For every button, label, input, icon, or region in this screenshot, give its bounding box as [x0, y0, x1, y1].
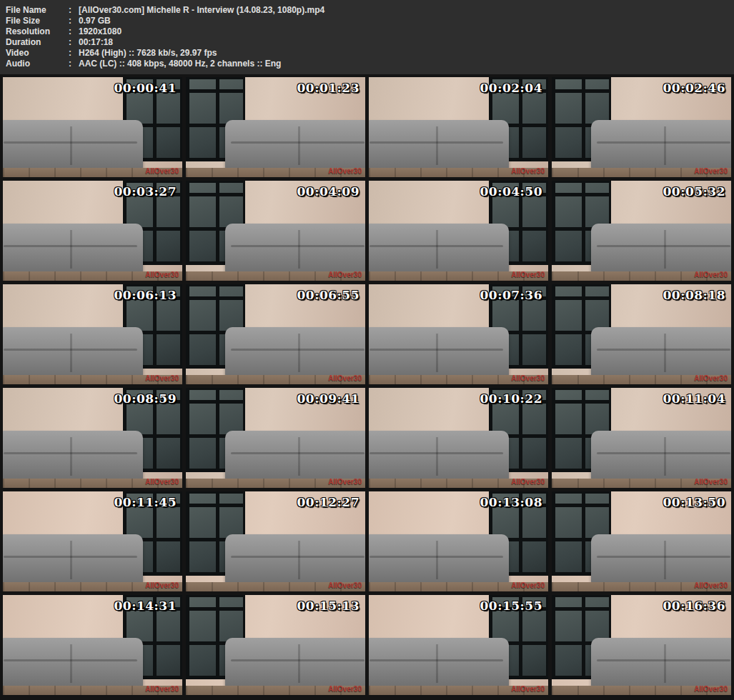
- scene-couch: [3, 120, 143, 170]
- file-info-value: AAC (LC) :: 408 kbps, 48000 Hz, 2 channe…: [79, 59, 728, 69]
- timestamp-overlay: 00:13:50: [663, 495, 725, 509]
- thumbnail[interactable]: 00:11:04AllOver30: [552, 388, 731, 488]
- file-info-separator: :: [69, 59, 79, 69]
- timestamp-overlay: 00:07:36: [480, 288, 542, 302]
- scene-couch: [3, 224, 143, 274]
- video-contact-sheet: File Name:[AllOver30.com] Michelle R - I…: [0, 0, 734, 695]
- thumbnail[interactable]: 00:13:08AllOver30: [369, 491, 548, 591]
- thumbnail[interactable]: 00:13:50AllOver30: [552, 491, 731, 591]
- timestamp-overlay: 00:10:22: [480, 391, 542, 406]
- watermark: AllOver30: [328, 478, 362, 486]
- file-info-label: Duration: [6, 37, 69, 48]
- scene-couch: [369, 327, 509, 377]
- file-info-value: [AllOver30.com] Michelle R - Interview (…: [79, 5, 728, 16]
- thumbnail[interactable]: 00:03:27AllOver30: [3, 181, 182, 281]
- file-info-label: Video: [6, 48, 69, 59]
- thumbnail[interactable]: 00:02:04AllOver30: [369, 77, 548, 177]
- timestamp-overlay: 00:13:08: [480, 495, 542, 509]
- file-info-separator: :: [69, 48, 79, 59]
- watermark: AllOver30: [328, 581, 362, 589]
- thumbnail[interactable]: 00:00:41AllOver30: [3, 77, 182, 177]
- scene-couch: [591, 534, 731, 584]
- scene-couch: [225, 534, 365, 584]
- file-info-row: Resolution:1920x1080: [6, 26, 728, 37]
- watermark: AllOver30: [328, 685, 362, 693]
- watermark: AllOver30: [694, 167, 728, 175]
- thumbnail[interactable]: 00:06:13AllOver30: [3, 284, 182, 384]
- scene-couch: [591, 120, 731, 170]
- thumbnail[interactable]: 00:11:45AllOver30: [3, 491, 182, 591]
- thumbnail[interactable]: 00:04:50AllOver30: [369, 181, 548, 281]
- thumbnail[interactable]: 00:01:23AllOver30: [186, 77, 365, 177]
- watermark: AllOver30: [511, 271, 545, 279]
- file-info-row: File Name:[AllOver30.com] Michelle R - I…: [6, 5, 728, 16]
- scene-couch: [3, 431, 143, 481]
- scene-couch: [369, 638, 509, 688]
- scene-couch: [591, 431, 731, 481]
- watermark: AllOver30: [145, 167, 179, 175]
- timestamp-overlay: 00:06:55: [297, 288, 359, 302]
- timestamp-overlay: 00:02:04: [480, 81, 542, 95]
- file-info-value: H264 (High) :: 7628 kb/s, 29.97 fps: [79, 48, 728, 59]
- file-info-value: 1920x1080: [79, 26, 728, 37]
- watermark: AllOver30: [328, 374, 362, 382]
- timestamp-overlay: 00:08:18: [663, 288, 725, 302]
- thumbnail[interactable]: 00:08:59AllOver30: [3, 388, 182, 488]
- file-info-separator: :: [69, 16, 79, 26]
- file-info-separator: :: [69, 5, 79, 16]
- scene-couch: [591, 224, 731, 274]
- watermark: AllOver30: [694, 271, 728, 279]
- timestamp-overlay: 00:06:13: [114, 288, 177, 302]
- timestamp-overlay: 00:15:55: [480, 599, 542, 613]
- file-info-label: File Name: [6, 5, 69, 16]
- thumbnail[interactable]: 00:06:55AllOver30: [186, 284, 365, 384]
- thumbnail[interactable]: 00:02:46AllOver30: [552, 77, 731, 177]
- file-info-value: 00:17:18: [79, 37, 728, 48]
- thumbnail[interactable]: 00:04:09AllOver30: [186, 181, 365, 281]
- scene-couch: [369, 534, 509, 584]
- watermark: AllOver30: [145, 478, 179, 486]
- thumbnail[interactable]: 00:12:27AllOver30: [186, 491, 365, 591]
- file-info-label: Audio: [6, 59, 69, 69]
- thumbnail[interactable]: 00:09:41AllOver30: [186, 388, 365, 488]
- file-info-separator: :: [69, 37, 79, 48]
- file-info-row: File Size:0.97 GB: [6, 16, 728, 26]
- file-info-value: 0.97 GB: [79, 16, 728, 26]
- timestamp-overlay: 00:15:13: [297, 599, 359, 613]
- watermark: AllOver30: [694, 374, 728, 382]
- thumbnail[interactable]: 00:10:22AllOver30: [369, 388, 548, 488]
- watermark: AllOver30: [511, 581, 545, 589]
- thumbnail[interactable]: 00:07:36AllOver30: [369, 284, 548, 384]
- thumbnail[interactable]: 00:14:31AllOver30: [3, 595, 182, 695]
- thumbnail[interactable]: 00:15:55AllOver30: [369, 595, 548, 695]
- timestamp-overlay: 00:04:50: [480, 184, 542, 199]
- watermark: AllOver30: [145, 374, 179, 382]
- thumbnail[interactable]: 00:15:13AllOver30: [186, 595, 365, 695]
- scene-couch: [225, 431, 365, 481]
- timestamp-overlay: 00:11:04: [663, 391, 725, 406]
- thumbnail[interactable]: 00:16:36AllOver30: [552, 595, 731, 695]
- watermark: AllOver30: [694, 581, 728, 589]
- scene-couch: [591, 327, 731, 377]
- timestamp-overlay: 00:01:23: [297, 81, 359, 95]
- file-info-label: File Size: [6, 16, 69, 26]
- watermark: AllOver30: [145, 581, 179, 589]
- scene-couch: [225, 327, 365, 377]
- file-info-row: Video:H264 (High) :: 7628 kb/s, 29.97 fp…: [6, 48, 728, 59]
- thumbnail[interactable]: 00:08:18AllOver30: [552, 284, 731, 384]
- timestamp-overlay: 00:04:09: [297, 184, 359, 199]
- scene-couch: [369, 120, 509, 170]
- watermark: AllOver30: [328, 167, 362, 175]
- file-info-label: Resolution: [6, 26, 69, 37]
- timestamp-overlay: 00:16:36: [663, 599, 725, 613]
- timestamp-overlay: 00:00:41: [114, 81, 177, 95]
- thumbnail[interactable]: 00:05:32AllOver30: [552, 181, 731, 281]
- watermark: AllOver30: [511, 478, 545, 486]
- watermark: AllOver30: [145, 271, 179, 279]
- watermark: AllOver30: [145, 685, 179, 693]
- scene-couch: [369, 224, 509, 274]
- file-info-header: File Name:[AllOver30.com] Michelle R - I…: [0, 0, 734, 74]
- scene-couch: [591, 638, 731, 688]
- watermark: AllOver30: [511, 167, 545, 175]
- file-info-row: Duration:00:17:18: [6, 37, 728, 48]
